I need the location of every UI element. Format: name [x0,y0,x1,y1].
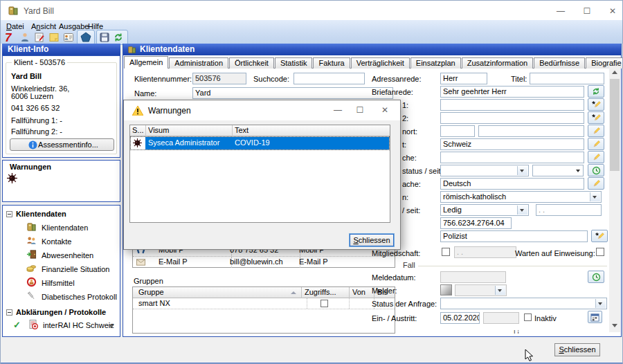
tab-beduerfnisse[interactable]: Bedürfnisse [534,57,585,69]
tree-group-abklaerungen[interactable]: Abklärungen / Protokolle [16,308,106,316]
assessmentinfo-button[interactable]: Assessmentinfo... [10,138,114,151]
tree-item-hilfsmittel[interactable]: Hilfsmittel [42,279,75,287]
mitgliedschaft-checkbox[interactable] [442,248,450,256]
konfession-combo[interactable]: römisch-katholisch [440,191,602,203]
adressanrede-field[interactable]: Herr [440,73,487,84]
menu-datei[interactable]: Datei [6,22,24,30]
tab-administration[interactable]: Administration [169,57,228,69]
meldedatum-history-button[interactable] [588,271,604,283]
col-symbol[interactable]: S... [132,125,144,136]
warten-auf-einweisung-checkbox[interactable] [596,248,604,256]
note-icon[interactable] [48,32,60,43]
tab-statistik[interactable]: Statistik [275,57,313,69]
melder-combo[interactable] [455,284,507,296]
che-field[interactable] [440,152,584,163]
tree-item-klientendaten[interactable]: Klientendaten [42,224,88,232]
collapse-icon[interactable] [6,309,12,316]
collapse-icon[interactable] [6,211,12,217]
col-visum[interactable]: Visum [148,125,214,136]
main-schliessen-button[interactable]: Schliessen [554,343,600,356]
table-row[interactable]: smart NX [133,298,395,309]
zugriff-checkbox[interactable] [320,300,328,307]
contact-type2-cell: E-Mail P [294,257,396,268]
briefanrede-field[interactable]: Sehr geehrter Herr [440,86,584,98]
col-von[interactable]: Von [352,287,372,298]
pentagon-button[interactable] [77,30,95,45]
sprache-field[interactable]: Deutsch [440,178,584,190]
minimize-button[interactable]: — [554,7,567,15]
client-card-icon[interactable] [63,32,74,43]
sprache-edit-button[interactable] [588,177,604,190]
tree-item-kontakte[interactable]: Kontakte [42,237,71,246]
adresszusatz2-edit-button[interactable] [588,111,604,124]
dialog-maximize-button[interactable]: ☐ [354,106,366,114]
status-combo[interactable] [440,165,529,176]
dialog-minimize-button[interactable]: — [332,106,344,114]
suchcode-field[interactable] [294,73,365,84]
zivilstand-combo[interactable]: Ledig [440,204,529,216]
status-seit-combo[interactable] [532,165,584,176]
che-edit-button[interactable] [588,151,604,163]
adresszusatz2-field[interactable] [440,112,584,124]
eintritt-date-field[interactable]: 05.02.2020 [440,312,480,324]
warning-row[interactable]: Syseca Administrator COVID-19 [131,137,389,149]
scroll-down-icon[interactable] [612,324,617,327]
tab-zusatzinformation[interactable]: Zusatzinformation [462,57,533,69]
meldedatum-field[interactable] [440,271,506,283]
close-button[interactable]: ✕ [606,7,619,15]
tab-faktura[interactable]: Faktura [313,57,350,69]
adresszusatz1-edit-button[interactable] [588,98,604,111]
gruppe-cell: smart NX [133,298,307,309]
col-zugriff[interactable]: Zugriffs... [305,287,346,298]
tree-item-interrai[interactable]: interRAI HC Schweiz [43,321,114,329]
staat-field[interactable]: Schweiz [440,138,584,150]
scrollbar-thumb[interactable] [610,79,620,171]
tree-group-klientendaten[interactable]: Klientendaten [16,210,66,218]
beruf-edit-button[interactable] [591,230,608,242]
titel-field[interactable] [530,73,604,84]
logo-7-icon[interactable]: 7 [5,31,16,42]
col-text[interactable]: Text [235,125,318,136]
austritt-date-field[interactable] [483,312,519,324]
inaktiv-checkbox[interactable] [524,313,532,321]
tab-vertraeglichkeit[interactable]: Verträglichkeit [351,57,410,69]
wohnort-field[interactable] [478,125,584,137]
client-icon[interactable] [19,32,30,43]
fallfuehrung-2: Fallführung 2: - [11,127,62,136]
name-field[interactable]: Yard [192,87,393,99]
ahv-nummer-field[interactable]: 756.6234.2764.04 [440,217,512,229]
dialog-close-button[interactable]: ✕ [379,106,391,114]
status-history-button[interactable] [588,164,604,176]
wohnort-edit-button[interactable] [588,125,604,137]
tab-oertlichkeit[interactable]: Örtlichkeit [229,57,274,69]
main-scrollbar[interactable] [609,66,620,332]
tree-item-abwesenheiten[interactable]: Abwesenheiten [42,251,93,260]
scroll-up-icon[interactable] [612,71,617,74]
klientennummer-field[interactable]: 503576 [192,73,246,84]
table-row[interactable]: E-Mail P bill@bluewin.ch E-Mail P [133,257,395,268]
tree-item-diabetisches-protokoll[interactable]: Diabetisches Protokoll [42,293,117,301]
mitgliedschaft-date-combo[interactable]: . . [454,246,516,258]
briefanrede-refresh-button[interactable] [588,85,604,98]
title-bar: Yard Bill — ☐ ✕ [1,1,622,20]
ein-austritt-calendar-button[interactable] [588,311,602,323]
tab-allgemein[interactable]: Allgemein [124,56,168,69]
protocol-pad-icon[interactable] [34,32,45,43]
dialog-schliessen-button[interactable]: Schliessen [350,234,394,246]
tree-item-finanzielle-situation[interactable]: Finanzielle Situation [42,265,109,273]
zivilstand-seit-date-combo[interactable]: . . [536,204,602,216]
maximize-button[interactable]: ☐ [581,7,593,15]
status-der-anfrage-combo[interactable] [440,298,607,309]
tree-scroll-down-icon[interactable] [109,325,114,328]
beruf-field[interactable]: Polizist [440,230,588,242]
adresszusatz1-field[interactable] [440,99,584,111]
melder-picker-button[interactable] [440,284,452,295]
col-gruppe[interactable]: Gruppe [138,287,277,298]
save-icon[interactable] [99,32,110,43]
staat-edit-button[interactable] [588,138,604,150]
tab-einsatzplan[interactable]: Einsatzplan [410,57,461,69]
menu-ansicht[interactable]: Ansicht [31,22,56,30]
plz-field[interactable] [440,125,475,137]
refresh-icon[interactable] [114,33,123,42]
virus-icon[interactable] [7,173,17,183]
